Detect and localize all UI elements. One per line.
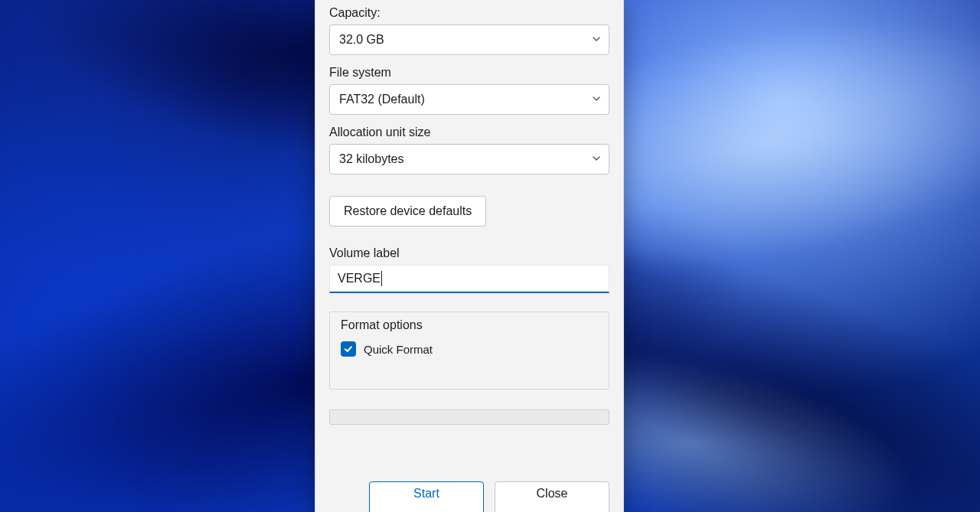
dialog-buttons: Start Close	[329, 465, 609, 512]
file-system-value: FAT32 (Default)	[339, 93, 425, 106]
restore-defaults-button[interactable]: Restore device defaults	[329, 196, 486, 227]
text-caret	[381, 271, 382, 286]
format-options-legend: Format options	[338, 318, 426, 332]
allocation-select[interactable]: 32 kilobytes	[329, 144, 609, 174]
allocation-value: 32 kilobytes	[339, 152, 404, 166]
format-options-group: Format options Quick Format	[329, 311, 609, 390]
volume-label-label: Volume label	[329, 246, 609, 260]
format-dialog: Capacity: 32.0 GB File system FAT32 (Def…	[315, 0, 624, 512]
capacity-label: Capacity:	[329, 6, 609, 20]
start-button[interactable]: Start	[369, 481, 484, 512]
capacity-select[interactable]: 32.0 GB	[329, 24, 609, 55]
chevron-down-icon	[592, 93, 601, 106]
close-button[interactable]: Close	[495, 481, 609, 512]
chevron-down-icon	[592, 33, 601, 47]
quick-format-checkbox[interactable]	[341, 341, 356, 357]
allocation-label: Allocation unit size	[329, 126, 609, 139]
chevron-down-icon	[592, 152, 601, 166]
file-system-select[interactable]: FAT32 (Default)	[329, 84, 609, 115]
volume-label-input[interactable]: VERGE	[329, 265, 609, 293]
format-progress-bar	[329, 409, 609, 425]
file-system-label: File system	[329, 66, 609, 80]
capacity-value: 32.0 GB	[339, 33, 384, 47]
volume-label-value: VERGE	[338, 272, 381, 285]
quick-format-label: Quick Format	[364, 343, 433, 356]
